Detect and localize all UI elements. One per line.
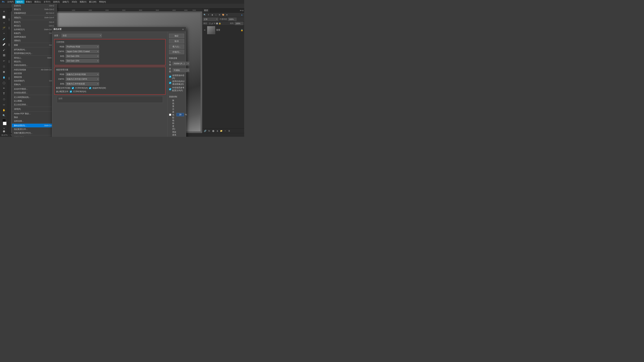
filter-icon[interactable]: 🔍 xyxy=(203,13,206,16)
color-filter[interactable]: 🎨 xyxy=(222,13,225,16)
menu-3d[interactable]: 3D(D) xyxy=(70,0,78,3)
menu-content-scale[interactable]: 内容识别缩放 Alt+Shift+Ctrl+C xyxy=(12,68,57,71)
menu-puppet-warp[interactable]: 操控变形 xyxy=(12,71,57,75)
shape-tool[interactable]: ▭ xyxy=(1,102,7,107)
crop-tool[interactable]: ⌖ xyxy=(1,31,7,36)
menu-auto-blend[interactable]: 自动混合图层... xyxy=(12,91,57,94)
menu-file[interactable]: 文件(F) xyxy=(6,0,15,4)
menu-stroke[interactable]: 描边(S)... xyxy=(12,60,57,63)
smart-filter[interactable]: ⚙ xyxy=(218,13,221,16)
menu-clear[interactable]: 清除(E) xyxy=(12,39,57,42)
folder-icon[interactable]: 📁 xyxy=(220,129,223,133)
gradient-tool[interactable]: ▣ xyxy=(1,69,7,74)
menu-assign-profile[interactable]: 指定配置文件... xyxy=(12,127,57,131)
menu-spellcheck[interactable]: 拼写检查(H)... xyxy=(12,48,57,51)
shape-filter[interactable]: □ xyxy=(214,13,218,16)
cm-rgb-select[interactable]: 转换为工作中的 RGB xyxy=(66,72,99,76)
brush-tool[interactable]: 🖌 xyxy=(1,47,7,52)
fill-input[interactable] xyxy=(235,22,243,25)
menu-presets[interactable]: 预设 ▶ xyxy=(12,115,57,119)
menu-layer[interactable]: 图层(L) xyxy=(33,0,42,4)
heal-tool[interactable]: 🩹 xyxy=(1,42,7,47)
ws-spot-select[interactable]: Dot Gain 15% xyxy=(66,59,99,63)
menu-fade[interactable]: 渐隐(D)... Shift+Ctrl+F xyxy=(12,16,57,19)
menu-cut[interactable]: 剪切(T) Ctrl+X xyxy=(12,20,57,24)
panel-menu-icon[interactable]: ≡ xyxy=(242,9,244,12)
menu-fill[interactable]: 填充(L)... Shift+F5 xyxy=(12,56,57,60)
menu-text[interactable]: 文字(Y) xyxy=(42,0,52,4)
layer-item-background[interactable]: 👁 背景 🔒 xyxy=(202,25,244,35)
fx-icon[interactable]: fx xyxy=(208,129,211,133)
toggle-filter[interactable]: ● xyxy=(240,13,244,16)
menu-remote-connect[interactable]: 远程连接... xyxy=(12,119,57,123)
swap-colors[interactable]: ⇅ xyxy=(3,128,5,129)
link-icon[interactable]: 🔗 xyxy=(204,129,207,133)
menu-help[interactable]: 帮助(H) xyxy=(98,0,107,4)
path-tool[interactable]: ⬡ xyxy=(1,96,7,102)
opacity-input[interactable] xyxy=(228,17,236,21)
menu-toggle-state[interactable]: 切换最终状态 Alt+Ctrl+Z xyxy=(12,11,57,15)
compensate-row[interactable]: 补偿场景参考配置文件(F) xyxy=(169,86,185,92)
missing-ask-check[interactable] xyxy=(70,90,72,93)
hand-tool[interactable]: ✋ xyxy=(1,108,7,113)
cancel-button[interactable]: 取消 xyxy=(169,39,184,43)
save-button[interactable]: 存储(S)... xyxy=(169,50,184,54)
zoom-tool[interactable]: 🔍 xyxy=(1,113,7,118)
adjustment-icon[interactable]: ◑ xyxy=(216,129,219,133)
effect-filter[interactable]: ★ xyxy=(225,13,228,16)
menu-color-settings[interactable]: 颜色设置(G)... Shift+Ctrl+K xyxy=(12,124,57,127)
menu-edit[interactable]: 编辑(E) xyxy=(15,0,24,4)
color-settings-dialog[interactable]: 颜色设置 × 设置： 自定 工作空间 RGB: xyxy=(52,27,186,137)
menu-find-replace[interactable]: 查找和替换文本(X)... xyxy=(12,51,57,55)
ask-paste-check[interactable] xyxy=(89,87,91,89)
quick-select-tool[interactable]: 🪄 xyxy=(1,25,7,31)
lock-paint[interactable]: 🖌 xyxy=(211,22,213,24)
desaturate-check[interactable] xyxy=(169,114,171,116)
text-tool[interactable]: T xyxy=(1,91,7,96)
new-layer-icon[interactable]: + xyxy=(224,129,227,133)
history-brush-tool[interactable]: ↩ xyxy=(1,58,7,63)
menu-window[interactable]: 窗口(W) xyxy=(88,0,98,4)
menu-view[interactable]: 视图(V) xyxy=(78,0,88,4)
select-tool[interactable]: ⬜ xyxy=(1,14,7,20)
menu-define-shape[interactable]: 定义自定形状... xyxy=(12,103,57,106)
eraser-tool[interactable]: ◻ xyxy=(1,64,7,69)
missing-ask-label[interactable]: 打开时询问(H) xyxy=(70,90,86,93)
load-button[interactable]: 载入(L)... xyxy=(169,44,184,49)
cm-cmyk-select[interactable]: 转换为工作中的 CMYK xyxy=(66,77,99,81)
ws-gray-select[interactable]: Dot Gain 15% xyxy=(66,54,99,58)
lock-art[interactable]: ⬤ xyxy=(216,22,218,24)
engine-select[interactable]: Adobe (A...) xyxy=(172,62,189,65)
menu-redo[interactable]: 重做(O) Shift+Ctrl+Z xyxy=(12,7,57,11)
ws-cmyk-select[interactable]: Japan Color 2001 Coated xyxy=(66,50,99,53)
ws-rgb-select[interactable]: ProPhoto RGB xyxy=(66,45,99,49)
dither-row[interactable]: 使用仿色(8位/通道图像)(D) xyxy=(169,80,185,86)
desaturate-input[interactable] xyxy=(176,113,184,116)
black-point-row[interactable]: 使用黑场补偿(A) xyxy=(169,74,185,79)
collapse-icon[interactable]: ≫ xyxy=(240,9,242,11)
menu-define-brush[interactable]: 定义画笔预设(B)... xyxy=(12,95,57,99)
dialog-close-button[interactable]: × xyxy=(181,28,185,31)
compensate-check[interactable] xyxy=(169,88,171,90)
ask-paste-label[interactable]: 粘贴时询问(W) xyxy=(89,87,106,89)
dodge-tool[interactable]: ◯ xyxy=(1,80,7,85)
ask-open-label[interactable]: 打开时询问(K) xyxy=(72,87,88,89)
menu-define-pattern[interactable]: 定义图案... xyxy=(12,99,57,103)
menu-transform[interactable]: 变换(A) ▶ xyxy=(12,83,57,86)
delete-layer-icon[interactable]: 🗑 xyxy=(228,129,231,133)
menu-search[interactable]: 搜索 Ctrl+F xyxy=(12,43,57,47)
black-point-check[interactable] xyxy=(169,76,171,78)
layer-visibility-icon[interactable]: 👁 xyxy=(204,29,206,31)
menu-pdf-presets[interactable]: Adobe PDF 预设... xyxy=(12,112,57,115)
menu-undo[interactable]: 还原(O) Ctrl+Z xyxy=(12,4,57,7)
adjust-filter[interactable]: ◑ xyxy=(210,13,214,16)
menu-auto-align[interactable]: 自动对齐图层... xyxy=(12,87,57,91)
menu-keyboard-shortcuts[interactable]: 键盘快捷键... Alt+Shift+Ctrl+K xyxy=(12,136,57,137)
menu-image[interactable]: 图像(I) xyxy=(24,0,33,4)
type-filter[interactable]: T xyxy=(207,13,210,16)
mask-icon[interactable]: ⬤ xyxy=(212,129,215,133)
lock-all[interactable]: 🔒 xyxy=(219,22,221,24)
settings-preset-select[interactable]: 自定 xyxy=(62,34,102,37)
menu-purge[interactable]: 清理(R) ▶ xyxy=(12,107,57,111)
menu-copy[interactable]: 拷贝(C) Ctrl+C xyxy=(12,24,57,28)
